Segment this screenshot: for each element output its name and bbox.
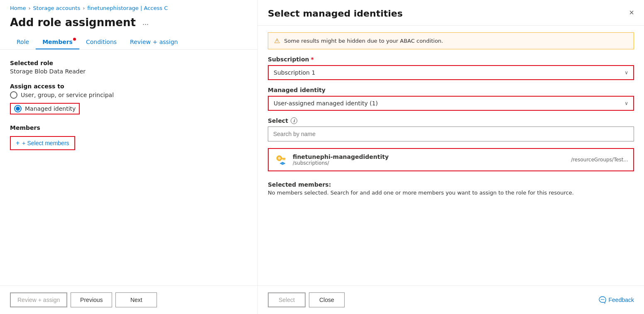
- members-dot-indicator: [73, 38, 76, 41]
- page-title: Add role assignment: [10, 16, 136, 29]
- radio-inner-dot: [16, 107, 20, 111]
- chevron-down-icon-mi: ∨: [624, 100, 628, 106]
- previous-button[interactable]: Previous: [71, 292, 112, 307]
- svg-rect-4: [283, 159, 284, 160]
- subscription-label: Subscription *: [268, 56, 634, 63]
- breadcrumb: Home › Storage accounts › finetunephisto…: [0, 0, 257, 15]
- required-star: *: [311, 56, 314, 63]
- close-icon-button[interactable]: ×: [629, 8, 634, 17]
- identity-list: finetunephi-managedidentity /subscriptio…: [268, 148, 634, 171]
- next-button[interactable]: Next: [115, 292, 157, 307]
- chevron-down-icon: ∨: [624, 70, 628, 75]
- modal-title: Select managed identities: [268, 8, 403, 19]
- svg-point-9: [603, 299, 604, 300]
- identity-details: finetunephi-managedidentity /subscriptio…: [293, 153, 567, 166]
- tabs-row: Role Members Conditions Review + assign: [0, 35, 257, 50]
- radio-circle-managed: [14, 105, 22, 112]
- left-footer: Review + assign Previous Next: [0, 285, 257, 314]
- breadcrumb-sep-2: ›: [83, 5, 85, 11]
- radio-user-group[interactable]: User, group, or service principal: [10, 91, 247, 99]
- managed-identity-field-label: Managed identity: [268, 87, 634, 93]
- select-group: Select i: [268, 117, 634, 141]
- members-label: Members: [10, 124, 247, 131]
- selected-members-label: Selected members:: [268, 181, 634, 188]
- assign-access-label: Assign access to: [10, 83, 247, 90]
- radio-circle-ugsp: [10, 91, 17, 99]
- select-label-row: Select i: [268, 117, 634, 124]
- feedback-icon: [599, 296, 606, 304]
- search-input[interactable]: [268, 127, 634, 141]
- review-assign-button[interactable]: Review + assign: [10, 292, 67, 307]
- selected-members-text: No members selected. Search for and add …: [268, 190, 634, 196]
- breadcrumb-sep-1: ›: [28, 5, 30, 11]
- warning-icon: ⚠: [274, 37, 280, 45]
- identity-path-left: /subscriptions/: [293, 160, 567, 166]
- managed-identity-dropdown[interactable]: User-assigned managed identity (1) ∨: [268, 96, 634, 111]
- tab-conditions[interactable]: Conditions: [79, 35, 123, 49]
- selected-role-label: Selected role: [10, 60, 247, 66]
- subscription-dropdown[interactable]: Subscription 1 ∨: [268, 65, 634, 80]
- modal-header: Select managed identities ×: [258, 0, 644, 26]
- svg-point-1: [278, 157, 280, 159]
- breadcrumb-resource[interactable]: finetunephistorage | Access C: [87, 5, 168, 11]
- ellipsis-button[interactable]: ...: [140, 17, 151, 28]
- breadcrumb-home[interactable]: Home: [10, 5, 26, 11]
- identity-item[interactable]: finetunephi-managedidentity /subscriptio…: [269, 149, 633, 170]
- modal-close-button[interactable]: Close: [309, 292, 345, 307]
- warning-bar: ⚠ Some results might be hidden due to yo…: [268, 32, 634, 49]
- selected-members-section: Selected members: No members selected. S…: [268, 178, 634, 196]
- modal-select-button[interactable]: Select: [268, 292, 306, 307]
- modal-footer: Select Close Feedback: [258, 285, 644, 314]
- svg-point-7: [602, 299, 603, 300]
- selected-role-value: Storage Blob Data Reader: [10, 68, 247, 75]
- select-members-label: + Select members: [22, 140, 69, 146]
- page-title-row: Add role assignment ...: [0, 15, 257, 35]
- selected-members-scroll: Selected members: No members selected. S…: [268, 181, 634, 196]
- svg-rect-2: [281, 158, 286, 159]
- info-icon: i: [291, 117, 297, 124]
- radio-group: User, group, or service principal Manage…: [10, 91, 247, 114]
- members-section: Members + + Select members: [10, 124, 247, 150]
- radio-managed-identity[interactable]: Managed identity: [10, 103, 247, 114]
- tab-members[interactable]: Members: [36, 35, 79, 49]
- identity-name: finetunephi-managedidentity: [293, 153, 567, 160]
- identity-path-right: /resourceGroups/Test...: [571, 157, 628, 163]
- tab-review-assign[interactable]: Review + assign: [123, 35, 184, 49]
- managed-identity-group: Managed identity User-assigned managed i…: [268, 87, 634, 111]
- svg-point-8: [601, 299, 602, 300]
- managed-identity-outlined: Managed identity: [10, 103, 80, 114]
- identity-key-icon: [274, 152, 289, 167]
- subscription-group: Subscription * Subscription 1 ∨: [268, 56, 634, 80]
- plus-icon: +: [16, 139, 20, 147]
- modal-content: Subscription * Subscription 1 ∨ Managed …: [258, 56, 644, 285]
- right-panel: Select managed identities × ⚠ Some resul…: [257, 0, 644, 314]
- select-members-button[interactable]: + + Select members: [10, 136, 75, 150]
- feedback-button[interactable]: Feedback: [599, 296, 634, 304]
- warning-text: Some results might be hidden due to your…: [284, 38, 443, 44]
- left-panel: Home › Storage accounts › finetunephisto…: [0, 0, 257, 314]
- breadcrumb-storage[interactable]: Storage accounts: [33, 5, 81, 11]
- content-area: Selected role Storage Blob Data Reader A…: [0, 50, 257, 285]
- tab-role[interactable]: Role: [10, 35, 36, 49]
- svg-rect-3: [284, 159, 285, 160]
